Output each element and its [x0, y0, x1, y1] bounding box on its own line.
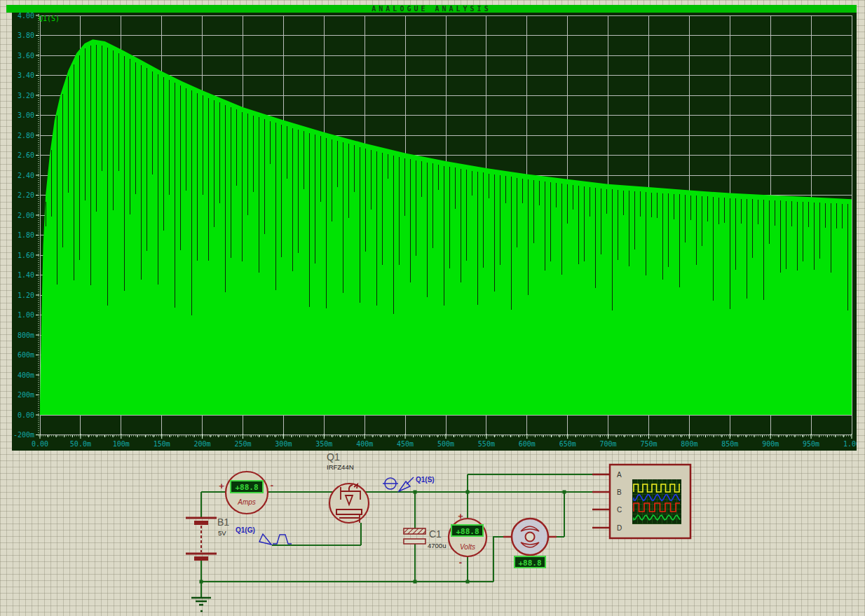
- wire-gate[interactable]: [272, 523, 361, 545]
- y-tick-label: 3.80: [18, 32, 34, 39]
- y-tick-label: 2.60: [18, 151, 34, 159]
- junction-dot: [414, 580, 417, 584]
- ammeter-unit-label: Amps: [237, 498, 256, 506]
- oscilloscope[interactable]: A B C D: [592, 465, 690, 538]
- x-tick-label: 250m: [234, 440, 251, 448]
- y-tick-label: 3.60: [18, 52, 34, 60]
- junction-dot: [466, 580, 470, 584]
- mosfet-ref-label: Q1: [327, 451, 340, 463]
- wire-scope-a[interactable]: [468, 474, 592, 492]
- voltmeter[interactable]: +88.8 Volts: [449, 519, 486, 556]
- x-tick-label: 800m: [681, 440, 697, 448]
- y-tick-label: 2.20: [18, 191, 34, 199]
- x-tick-label: 150m: [154, 440, 170, 448]
- capacitor-c1[interactable]: [404, 528, 425, 544]
- y-tick-label: 1.40: [18, 271, 34, 279]
- y-tick-label: -200m: [13, 431, 34, 439]
- junction-dot: [414, 491, 417, 494]
- voltmeter-unit-label: Volts: [460, 543, 475, 551]
- wire-motor-right[interactable]: [557, 492, 564, 537]
- y-tick-label: 2.80: [18, 132, 34, 139]
- y-tick-label: 400m: [18, 371, 34, 379]
- y-tick-label: 2.40: [18, 172, 34, 179]
- y-tick-label: 0.00: [18, 411, 34, 419]
- capacitor-ref-label: C1: [429, 528, 442, 540]
- x-tick-label: 650m: [559, 440, 576, 448]
- ammeter-plus: +: [219, 481, 224, 491]
- y-tick-label: 600m: [18, 351, 34, 359]
- schematic-canvas: B1 5V +88.8 Amps + - Q1 IRFZ44N: [0, 451, 865, 616]
- y-tick-label: 3.00: [18, 111, 34, 119]
- x-tick-label: 500m: [437, 440, 454, 448]
- analysis-graph-window: ANALOGUE ANALYSIS 4.003.803.603.403.203.…: [6, 5, 857, 451]
- analysis-plot: 4.003.803.603.403.203.002.802.602.402.20…: [6, 13, 857, 451]
- gate-probe-label: Q1(G): [236, 526, 255, 534]
- y-tick-label: 1.80: [18, 231, 34, 239]
- x-tick-label: 100m: [113, 440, 130, 448]
- x-tick-label: 400m: [356, 440, 373, 448]
- y-tick-label: 1.00: [18, 311, 34, 319]
- x-tick-label: 550m: [478, 440, 495, 448]
- y-tick-label: 200m: [18, 391, 34, 399]
- probe-arrow-icon: [259, 534, 271, 545]
- x-tick-label: 1.00: [843, 440, 857, 448]
- y-tick-label: 4.00: [18, 13, 34, 20]
- x-tick-label: 200m: [194, 440, 211, 448]
- capacitor-value-label: 4700u: [428, 542, 446, 549]
- ammeter-minus: -: [271, 480, 273, 491]
- scope-pin-b: B: [617, 488, 622, 496]
- x-tick-label: 750m: [640, 440, 657, 448]
- y-tick-label: 1.20: [18, 292, 34, 299]
- junction-dot: [563, 491, 566, 494]
- x-tick-label: 700m: [600, 440, 617, 448]
- y-tick-label: 3.40: [18, 71, 34, 79]
- scope-pin-a: A: [617, 471, 622, 479]
- x-tick-label: 300m: [275, 440, 292, 448]
- x-tick-label: 0.00: [32, 440, 48, 448]
- junction-dot: [200, 580, 203, 584]
- mosfet-q1[interactable]: [329, 484, 369, 523]
- x-tick-label: 850m: [721, 440, 738, 448]
- x-tick-label: 900m: [762, 440, 779, 448]
- ammeter-reading: +88.8: [235, 483, 258, 492]
- motor-reading: +88.8: [518, 559, 541, 568]
- ground-symbol[interactable]: [191, 598, 211, 611]
- scope-pin-c: C: [617, 506, 622, 514]
- scope-pin-d: D: [617, 524, 622, 532]
- battery-b1[interactable]: [186, 518, 217, 559]
- wire-motor-left[interactable]: [493, 537, 503, 582]
- motor[interactable]: [503, 519, 557, 555]
- trace-legend: Q1(S): [39, 15, 60, 22]
- x-tick-label: 450m: [397, 440, 414, 448]
- pulse-waveform-icon: [273, 535, 292, 544]
- x-tick-label: 50.0m: [70, 440, 91, 448]
- motor-display: +88.8: [515, 556, 545, 568]
- y-tick-label: 1.60: [18, 252, 34, 259]
- y-tick-label: 3.20: [18, 92, 34, 100]
- x-tick-label: 950m: [803, 440, 819, 448]
- y-tick-label: 800m: [18, 331, 34, 339]
- battery-ref-label: B1: [217, 516, 229, 528]
- voltmeter-plus: +: [458, 511, 463, 521]
- voltmeter-reading: +88.8: [456, 527, 479, 536]
- source-probe-label: Q1(S): [416, 476, 435, 484]
- ammeter[interactable]: +88.8 Amps: [226, 472, 268, 514]
- y-tick-label: 2.00: [18, 212, 34, 219]
- x-tick-label: 350m: [315, 440, 332, 448]
- mosfet-part-label: IRFZ44N: [327, 463, 354, 471]
- source-probe[interactable]: [383, 477, 414, 491]
- x-tick-label: 600m: [519, 440, 536, 448]
- gate-generator[interactable]: [259, 534, 292, 545]
- battery-value-label: 5V: [218, 529, 226, 537]
- graph-window-titlebar[interactable]: ANALOGUE ANALYSIS: [6, 5, 857, 13]
- voltmeter-minus: -: [459, 557, 462, 568]
- junction-dot: [466, 491, 470, 494]
